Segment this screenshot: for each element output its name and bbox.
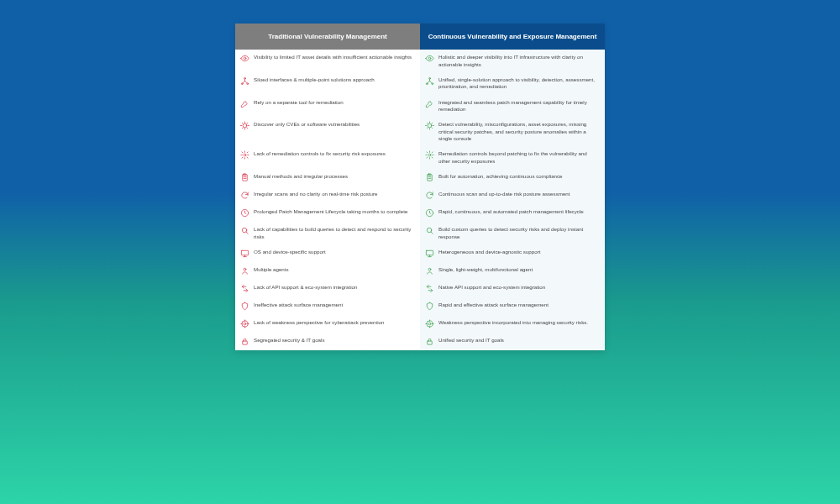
cell-traditional: Rely on a separate tool for remediation — [235, 95, 420, 118]
cell-text: Rapid, continuous, and automated patch m… — [438, 208, 598, 215]
cell-traditional: Visibility to limited IT asset details w… — [235, 50, 420, 72]
cell-text: Segregated security & IT goals — [254, 337, 413, 344]
cell-traditional: Ineffective attack surface management — [235, 297, 420, 315]
cell-text: Lack of remediation controls to fix secu… — [254, 150, 413, 157]
svg-point-24 — [242, 321, 248, 327]
cell-traditional: OS and device-specific support — [235, 244, 420, 262]
svg-point-0 — [244, 57, 246, 60]
agent-icon — [425, 266, 434, 276]
api-icon — [425, 284, 434, 293]
cell-traditional: Multiple agents — [235, 262, 420, 280]
api-icon — [240, 284, 249, 293]
cell-continuous: Rapid, continuous, and automated patch m… — [420, 204, 605, 222]
svg-rect-28 — [243, 341, 248, 344]
svg-point-27 — [428, 323, 431, 325]
cell-continuous: Built for automation, achieving continuo… — [420, 169, 605, 186]
cell-continuous: Remediation controls beyond patching to … — [420, 146, 605, 169]
cell-traditional: Lack of remediation controls to fix secu… — [235, 146, 420, 169]
lock-icon — [240, 337, 249, 346]
svg-point-8 — [243, 124, 247, 129]
device-icon — [425, 249, 434, 258]
cell-continuous: Unified, single-solution approach to vis… — [420, 72, 605, 95]
table-row: Discover only CVEs or software vulnerabi… — [235, 117, 605, 146]
cell-text: OS and device-specific support — [254, 249, 413, 255]
svg-point-25 — [244, 323, 246, 325]
cell-continuous: Single, light-weight, multifunctional ag… — [420, 262, 605, 280]
refresh-icon — [240, 191, 249, 200]
cell-text: Lack of weakness perspective for cyberat… — [254, 319, 413, 326]
cell-text: Unified security and IT goals — [438, 337, 598, 344]
cell-text: Lack of capabilities to build queries to… — [254, 226, 413, 240]
svg-point-22 — [244, 268, 246, 270]
shield-icon — [425, 302, 434, 311]
lock-icon — [425, 337, 434, 346]
shield-icon — [240, 302, 249, 311]
agent-icon — [240, 266, 249, 276]
bug-icon — [240, 121, 249, 130]
cell-continuous: Detect vulnerability, misconfigurations,… — [420, 117, 605, 146]
cell-continuous: Unified security and IT goals — [420, 333, 605, 350]
comparison-table: Traditional Vulnerability Management Con… — [235, 24, 605, 350]
cell-continuous: Continuous scan and up-to-date risk post… — [420, 186, 605, 204]
svg-rect-29 — [428, 341, 433, 344]
cell-text: Native API support and eco-system integr… — [438, 284, 598, 291]
refresh-icon — [425, 191, 434, 200]
table-row: Segregated security & IT goalsUnified se… — [235, 333, 605, 350]
table-row: Ineffective attack surface managementRap… — [235, 297, 605, 315]
wrench-icon — [425, 99, 434, 108]
table-row: Lack of API support & eco-system integra… — [235, 280, 605, 297]
header-continuous: Continuous Vulnerability and Exposure Ma… — [420, 24, 605, 50]
cell-text: Multiple agents — [254, 266, 413, 273]
table-header-row: Traditional Vulnerability Management Con… — [235, 24, 605, 50]
table-row: Multiple agentsSingle, light-weight, mul… — [235, 262, 605, 280]
table-row: Siloed interfaces & multiple-point solut… — [235, 72, 605, 95]
cell-text: Detect vulnerability, misconfigurations,… — [438, 121, 598, 142]
cell-text: Build custom queries to detect security … — [438, 226, 598, 240]
cell-traditional: Lack of API support & eco-system integra… — [235, 280, 420, 297]
cell-text: Remediation controls beyond patching to … — [438, 150, 598, 165]
table-row: Lack of remediation controls to fix secu… — [235, 146, 605, 169]
target-icon — [240, 319, 249, 328]
cell-text: Continuous scan and up-to-date risk post… — [438, 191, 598, 197]
cell-text: Lack of API support & eco-system integra… — [254, 284, 413, 291]
cell-text: Rely on a separate tool for remediation — [254, 99, 413, 106]
cell-text: Weakness perspective incorporated into m… — [438, 319, 598, 326]
svg-rect-20 — [241, 250, 248, 255]
eye-icon — [240, 54, 249, 63]
cell-traditional: Segregated security & IT goals — [235, 333, 420, 350]
cell-text: Unified, single-solution approach to vis… — [438, 76, 598, 91]
table-body: Visibility to limited IT asset details w… — [235, 50, 605, 350]
cell-continuous: Native API support and eco-system integr… — [420, 280, 605, 297]
cell-text: Manual methods and irregular processes — [254, 173, 413, 180]
table-row: Rely on a separate tool for remediationI… — [235, 95, 605, 118]
svg-point-23 — [428, 268, 431, 270]
cell-traditional: Manual methods and irregular processes — [235, 169, 420, 186]
network-icon — [425, 76, 434, 86]
cell-continuous: Heterogeneous and device-agnostic suppor… — [420, 244, 605, 262]
clipboard-icon — [240, 173, 249, 182]
table-row: Lack of weakness perspective for cyberat… — [235, 315, 605, 333]
clock-icon — [425, 208, 434, 218]
cell-text: Prolonged Patch Management Lifecycle tak… — [254, 208, 413, 215]
table-row: Prolonged Patch Management Lifecycle tak… — [235, 204, 605, 222]
cell-traditional: Siloed interfaces & multiple-point solut… — [235, 72, 420, 95]
table-row: Manual methods and irregular processesBu… — [235, 169, 605, 186]
svg-point-26 — [427, 321, 433, 327]
cell-continuous: Rapid and effective attack surface manag… — [420, 297, 605, 315]
table-row: Visibility to limited IT asset details w… — [235, 50, 605, 72]
cell-traditional: Lack of capabilities to build queries to… — [235, 222, 420, 244]
cell-text: Integrated and seamless patch management… — [438, 99, 598, 113]
cell-continuous: Holistic and deeper visibility into IT i… — [420, 50, 605, 72]
cell-text: Irregular scans and no clarity on real-t… — [254, 191, 413, 197]
cell-continuous: Build custom queries to detect security … — [420, 222, 605, 244]
cell-traditional: Discover only CVEs or software vulnerabi… — [235, 117, 420, 146]
cell-text: Built for automation, achieving continuo… — [438, 173, 598, 180]
header-traditional: Traditional Vulnerability Management — [235, 24, 420, 50]
search-icon — [425, 226, 434, 235]
cell-continuous: Integrated and seamless patch management… — [420, 95, 605, 118]
cell-text: Discover only CVEs or software vulnerabi… — [254, 121, 413, 128]
eye-icon — [425, 54, 434, 63]
gear-icon — [240, 150, 249, 160]
cell-traditional: Irregular scans and no clarity on real-t… — [235, 186, 420, 204]
cell-text: Single, light-weight, multifunctional ag… — [438, 266, 598, 273]
